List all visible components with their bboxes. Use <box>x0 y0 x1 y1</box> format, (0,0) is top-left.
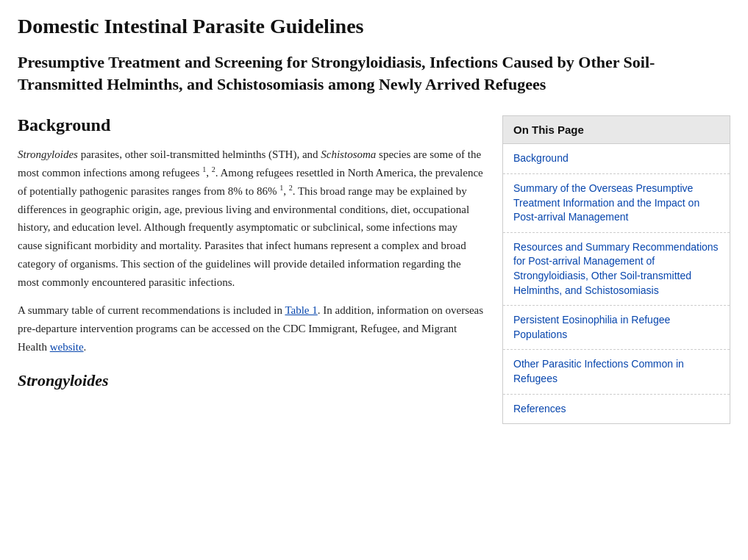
paragraph2-end: . <box>84 341 87 353</box>
sidebar-header: On This Page <box>503 116 730 144</box>
on-this-page-sidebar: On This Page Background Summary of the O… <box>502 115 730 424</box>
background-paragraph-1: Strongyloides parasites, other soil-tran… <box>18 146 485 291</box>
sidebar-item-other[interactable]: Other Parasitic Infections Common in Ref… <box>503 350 730 394</box>
sidebar-item-summary[interactable]: Summary of the Overseas Presumptive Trea… <box>503 174 730 233</box>
website-link[interactable]: website <box>50 341 84 353</box>
background-heading: Background <box>18 115 485 135</box>
background-paragraph-2: A summary table of current recommendatio… <box>18 301 485 356</box>
ref-2b: 2 <box>289 184 293 192</box>
ref-1: 1 <box>202 165 206 173</box>
sidebar-item-eosinophilia[interactable]: Persistent Eosinophilia in Refugee Popul… <box>503 306 730 350</box>
page-title: Domestic Intestinal Parasite Guidelines <box>18 15 730 38</box>
table1-link[interactable]: Table 1 <box>285 304 317 316</box>
ref-1b: 1 <box>279 184 283 192</box>
strongyloides-heading: Strongyloides <box>18 371 485 390</box>
sidebar-item-resources[interactable]: Resources and Summary Recommendations fo… <box>503 233 730 306</box>
schistosoma-italic: Schistosoma <box>321 148 376 160</box>
paragraph2-start: A summary table of current recommendatio… <box>18 304 285 316</box>
sidebar-item-references[interactable]: References <box>503 395 730 424</box>
main-content: Background Strongyloides parasites, othe… <box>18 115 485 390</box>
strongyloides-italic: Strongyloides <box>18 148 78 160</box>
sidebar-item-background[interactable]: Background <box>503 144 730 174</box>
page-subtitle: Presumptive Treatment and Screening for … <box>18 51 730 95</box>
ref-2: 2 <box>212 165 216 173</box>
